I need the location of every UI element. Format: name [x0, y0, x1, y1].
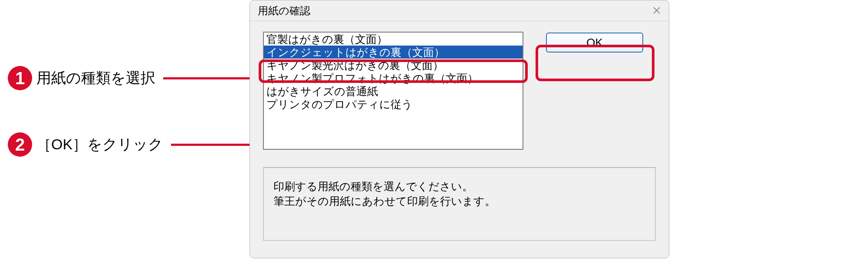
dialog-body: 官製はがきの裏（文面） インクジェットはがきの裏（文面） キヤノン製光沢はがきの…: [250, 21, 669, 258]
callout-1-text: 用紙の種類を選択: [36, 68, 155, 88]
list-item[interactable]: プリンタのプロパティに従う: [264, 98, 523, 111]
info-line-2: 筆王がその用紙にあわせて印刷を行います。: [273, 194, 645, 209]
paper-confirm-dialog: 用紙の確認 官製はがきの裏（文面） インクジェットはがきの裏（文面） キヤノン製…: [250, 0, 669, 258]
dialog-title: 用紙の確認: [258, 4, 310, 18]
callout-1: 1 用紙の種類を選択: [8, 66, 267, 90]
info-panel: 印刷する用紙の種類を選んでください。 筆王がその用紙にあわせて印刷を行います。: [263, 167, 656, 241]
callout-1-badge: 1: [8, 66, 32, 90]
callout-2-badge: 2: [8, 132, 32, 157]
paper-type-listbox[interactable]: 官製はがきの裏（文面） インクジェットはがきの裏（文面） キヤノン製光沢はがきの…: [263, 32, 523, 150]
list-item[interactable]: 官製はがきの裏（文面）: [264, 33, 523, 46]
list-item[interactable]: はがきサイズの普通紙: [264, 85, 523, 98]
dialog-titlebar: 用紙の確認: [250, 0, 669, 21]
close-icon: [653, 7, 661, 14]
ok-button[interactable]: OK: [546, 33, 643, 53]
callout-2-text: ［OK］をクリック: [36, 135, 163, 155]
close-button[interactable]: [648, 3, 665, 18]
ok-button-label: OK: [586, 36, 603, 49]
list-item[interactable]: キヤノン製光沢はがきの裏（文面）: [264, 59, 523, 72]
list-item[interactable]: キヤノン製プロフォトはがきの裏（文面）: [264, 72, 523, 85]
list-item[interactable]: インクジェットはがきの裏（文面）: [264, 46, 523, 59]
info-line-1: 印刷する用紙の種類を選んでください。: [273, 179, 645, 194]
